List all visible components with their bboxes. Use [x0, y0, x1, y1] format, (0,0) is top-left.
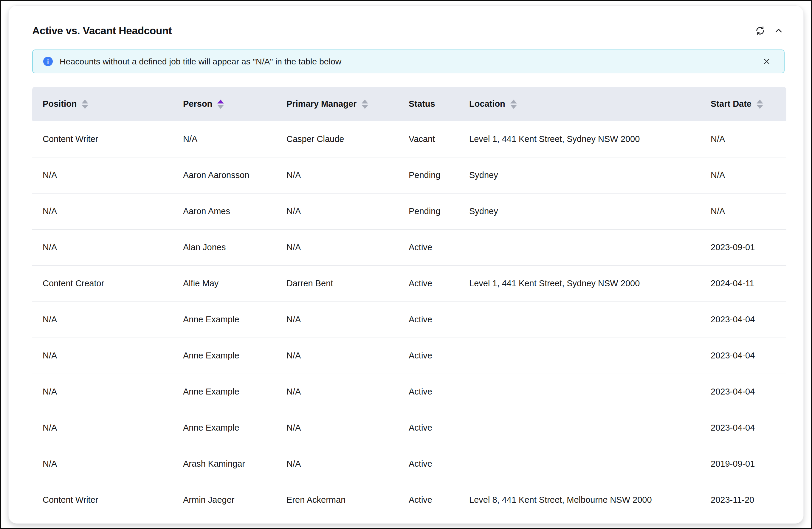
cell-start-date: N/A — [700, 193, 786, 229]
cell-start-date: 2019-09-01 — [700, 446, 786, 482]
column-label-location: Location — [469, 99, 505, 109]
cell-start-date: N/A — [700, 157, 786, 193]
cell-start-date: 2024-04-11 — [700, 266, 786, 301]
cell-start-date: N/A — [700, 121, 786, 157]
cell-location: Level 1, 441 Kent Street, Sydney NSW 200… — [459, 121, 700, 157]
column-header-position[interactable]: Position — [32, 87, 173, 121]
sort-arrow-down-icon — [217, 105, 224, 109]
cell-person: Aaron Aaronsson — [173, 157, 276, 193]
cell-person: Armin Jaeger — [173, 482, 276, 518]
table-row: N/AAnne ExampleN/AActive2023-04-04 — [32, 301, 786, 338]
sort-arrow-up-icon — [217, 100, 224, 103]
column-header-person[interactable]: Person — [173, 87, 276, 121]
refresh-icon[interactable] — [754, 25, 766, 37]
cell-primary-manager: N/A — [276, 338, 398, 374]
cell-position: N/A — [32, 193, 173, 229]
cell-status: Active — [398, 301, 459, 338]
column-header-status: Status — [398, 87, 459, 121]
headcount-table: PositionPersonPrimary ManagerStatusLocat… — [32, 87, 786, 518]
cell-location: Sydney — [459, 193, 700, 229]
cell-person: Anne Example — [173, 410, 276, 446]
cell-primary-manager: N/A — [276, 446, 398, 482]
cell-primary-manager: N/A — [276, 301, 398, 338]
cell-position: N/A — [32, 338, 173, 374]
cell-status: Pending — [398, 157, 459, 193]
table-body: Content WriterN/ACasper ClaudeVacantLeve… — [32, 121, 786, 518]
cell-primary-manager: Casper Claude — [276, 121, 398, 157]
cell-status: Active — [398, 482, 459, 518]
banner-close-icon[interactable] — [761, 56, 772, 67]
table-row: N/AAnne ExampleN/AActive2023-04-04 — [32, 410, 786, 446]
cell-status: Active — [398, 410, 459, 446]
sort-arrow-up-icon — [756, 100, 763, 103]
column-label-position: Position — [43, 99, 77, 109]
table-header: PositionPersonPrimary ManagerStatusLocat… — [32, 87, 786, 121]
cell-status: Vacant — [398, 121, 459, 157]
sort-icon — [510, 100, 517, 109]
cell-status: Active — [398, 229, 459, 266]
cell-primary-manager: N/A — [276, 374, 398, 410]
cell-location — [459, 301, 700, 338]
cell-primary-manager: N/A — [276, 410, 398, 446]
column-header-location[interactable]: Location — [459, 87, 700, 121]
cell-position: Content Creator — [32, 266, 173, 301]
cell-location — [459, 410, 700, 446]
cell-status: Pending — [398, 193, 459, 229]
collapse-chevron-up-icon[interactable] — [773, 25, 785, 37]
cell-person: Arash Kamingar — [173, 446, 276, 482]
cell-position: N/A — [32, 301, 173, 338]
sort-icon — [217, 100, 224, 109]
cell-position: Content Writer — [32, 482, 173, 518]
sort-icon — [82, 100, 88, 109]
info-icon: i — [43, 57, 53, 66]
cell-start-date: 2023-04-04 — [700, 338, 786, 374]
cell-location: Level 8, 441 Kent Street, Melbourne NSW … — [459, 482, 700, 518]
info-banner: i Heacounts without a defined job title … — [32, 49, 785, 73]
cell-status: Active — [398, 338, 459, 374]
cell-location: Level 1, 441 Kent Street, Sydney NSW 200… — [459, 266, 700, 301]
column-label-primary-manager: Primary Manager — [287, 99, 357, 109]
sort-icon — [756, 100, 763, 109]
column-label-start-date: Start Date — [711, 99, 752, 109]
column-header-start-date[interactable]: Start Date — [700, 87, 786, 121]
cell-start-date: 2023-04-04 — [700, 374, 786, 410]
sort-arrow-down-icon — [510, 105, 517, 109]
table-row: N/AAaron AaronssonN/APendingSydneyN/A — [32, 157, 786, 193]
cell-person: Anne Example — [173, 374, 276, 410]
cell-location — [459, 446, 700, 482]
column-header-primary-manager[interactable]: Primary Manager — [276, 87, 398, 121]
column-label-status: Status — [409, 99, 435, 109]
cell-person: Anne Example — [173, 301, 276, 338]
table-header-row: PositionPersonPrimary ManagerStatusLocat… — [32, 87, 786, 121]
cell-start-date: 2023-11-20 — [700, 482, 786, 518]
table-row: Content WriterN/ACasper ClaudeVacantLeve… — [32, 121, 786, 157]
cell-start-date: 2023-09-01 — [700, 229, 786, 266]
cell-person: Aaron Ames — [173, 193, 276, 229]
column-label-person: Person — [183, 99, 212, 109]
sort-arrow-down-icon — [362, 105, 368, 109]
table-row: N/AAnne ExampleN/AActive2023-04-04 — [32, 374, 786, 410]
cell-location — [459, 229, 700, 266]
table-row: Content CreatorAlfie MayDarren BentActiv… — [32, 266, 786, 301]
panel-actions — [754, 25, 785, 37]
cell-location: Sydney — [459, 157, 700, 193]
cell-person: Anne Example — [173, 338, 276, 374]
cell-location — [459, 374, 700, 410]
sort-arrow-down-icon — [82, 105, 88, 109]
sort-arrow-up-icon — [362, 100, 368, 103]
cell-position: Content Writer — [32, 121, 173, 157]
panel-header: Active vs. Vacant Headcount — [32, 23, 785, 39]
table-row: N/AArash KamingarN/AActive2019-09-01 — [32, 446, 786, 482]
cell-position: N/A — [32, 374, 173, 410]
sort-arrow-up-icon — [82, 100, 88, 103]
table-row: N/AAnne ExampleN/AActive2023-04-04 — [32, 338, 786, 374]
cell-status: Active — [398, 266, 459, 301]
cell-person: Alfie May — [173, 266, 276, 301]
sort-arrow-down-icon — [756, 105, 763, 109]
cell-position: N/A — [32, 446, 173, 482]
cell-person: N/A — [173, 121, 276, 157]
table-row: N/AAlan JonesN/AActive2023-09-01 — [32, 229, 786, 266]
cell-location — [459, 338, 700, 374]
cell-start-date: 2023-04-04 — [700, 410, 786, 446]
cell-primary-manager: Darren Bent — [276, 266, 398, 301]
